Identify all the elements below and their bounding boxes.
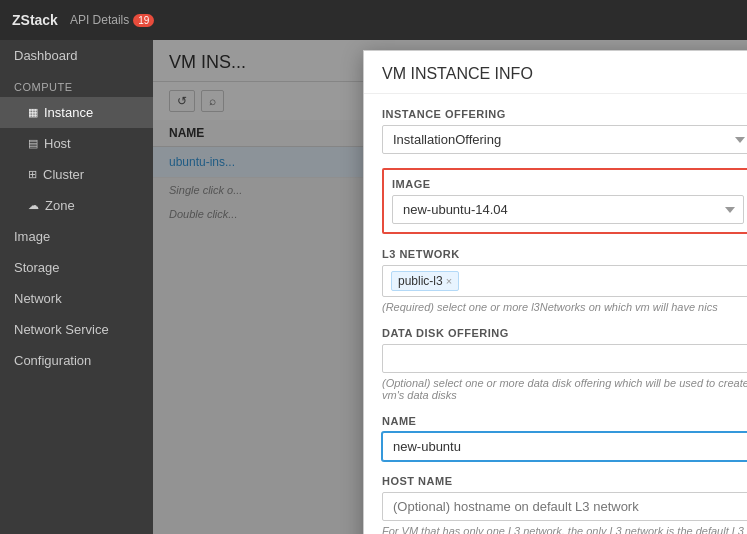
hostname-group: HOST NAME For VM that has only one L3 ne… [382, 475, 747, 534]
hostname-input[interactable] [382, 492, 747, 521]
host-icon: ▤ [28, 137, 38, 150]
data-disk-label: DATA DISK OFFERING [382, 327, 747, 339]
network-label: Network [14, 291, 62, 306]
main-content: VM INS... ↺ ⌕ NAME ubuntu-ins... Single … [153, 40, 747, 534]
sidebar-item-dashboard[interactable]: Dashboard [0, 40, 153, 71]
image-group: IMAGE new-ubuntu-14.04 [382, 168, 747, 234]
name-group: NAME [382, 415, 747, 461]
sidebar-item-zone[interactable]: ☁ Zone [0, 190, 153, 221]
api-badge: 19 [133, 14, 154, 27]
main-layout: Dashboard Compute ▦ Instance ▤ Host ⊞ Cl… [0, 40, 747, 534]
dashboard-label: Dashboard [14, 48, 78, 63]
modal-body: INSTANCE OFFERING InstallationOffering I… [364, 94, 747, 534]
sidebar-item-cluster[interactable]: ⊞ Cluster [0, 159, 153, 190]
storage-label: Storage [14, 260, 60, 275]
modal-header: VM INSTANCE INFO × [364, 51, 747, 94]
api-details-label: API Details [70, 13, 129, 27]
sidebar-item-storage[interactable]: Storage [0, 252, 153, 283]
sidebar: Dashboard Compute ▦ Instance ▤ Host ⊞ Cl… [0, 40, 153, 534]
sidebar-item-image[interactable]: Image [0, 221, 153, 252]
image-label-field: IMAGE [392, 178, 744, 190]
l3-network-tag: public-l3 × [391, 271, 459, 291]
zone-label: Zone [45, 198, 75, 213]
instance-offering-group: INSTANCE OFFERING InstallationOffering [382, 108, 747, 154]
tag-remove-button[interactable]: × [446, 275, 452, 287]
instance-icon: ▦ [28, 106, 38, 119]
configuration-label: Configuration [14, 353, 91, 368]
cluster-icon: ⊞ [28, 168, 37, 181]
sidebar-item-network-service[interactable]: Network Service [0, 314, 153, 345]
zone-icon: ☁ [28, 199, 39, 212]
image-label: Image [14, 229, 50, 244]
host-label: Host [44, 136, 71, 151]
sidebar-item-host[interactable]: ▤ Host [0, 128, 153, 159]
name-input[interactable] [382, 432, 747, 461]
instance-label: Instance [44, 105, 93, 120]
sidebar-section-compute: Compute [0, 71, 153, 97]
hostname-hint: For VM that has only one L3 network, the… [382, 525, 747, 534]
image-select[interactable]: new-ubuntu-14.04 [392, 195, 744, 224]
api-details[interactable]: API Details 19 [70, 13, 154, 27]
l3-network-group: L3 NETWORK public-l3 × (Required) select… [382, 248, 747, 313]
l3-network-hint: (Required) select one or more l3Networks… [382, 301, 747, 313]
sidebar-item-instance[interactable]: ▦ Instance [0, 97, 153, 128]
modal-form: INSTANCE OFFERING InstallationOffering I… [364, 94, 747, 534]
data-disk-input[interactable] [382, 344, 747, 373]
modal-dialog: VM INSTANCE INFO × INSTANCE OFFERING Ins… [363, 50, 747, 534]
brand-label: ZStack [12, 12, 58, 28]
topbar: ZStack API Details 19 [0, 0, 747, 40]
hostname-label: HOST NAME [382, 475, 747, 487]
l3-network-label: L3 NETWORK [382, 248, 747, 260]
data-disk-hint: (Optional) select one or more data disk … [382, 377, 747, 401]
tag-label: public-l3 [398, 274, 443, 288]
data-disk-group: DATA DISK OFFERING (Optional) select one… [382, 327, 747, 401]
l3-network-tag-input[interactable]: public-l3 × [382, 265, 747, 297]
name-label: NAME [382, 415, 747, 427]
sidebar-item-configuration[interactable]: Configuration [0, 345, 153, 376]
instance-offering-select[interactable]: InstallationOffering [382, 125, 747, 154]
instance-offering-label: INSTANCE OFFERING [382, 108, 747, 120]
modal-title: VM INSTANCE INFO [382, 65, 533, 83]
cluster-label: Cluster [43, 167, 84, 182]
network-service-label: Network Service [14, 322, 109, 337]
sidebar-item-network[interactable]: Network [0, 283, 153, 314]
